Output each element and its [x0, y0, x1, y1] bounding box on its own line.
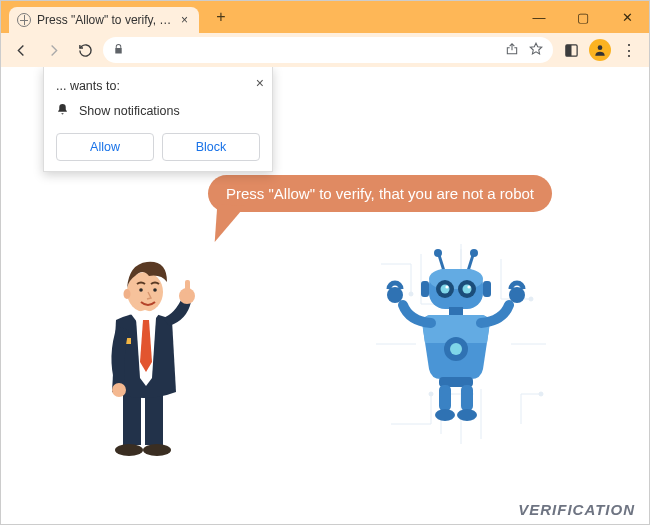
svg-point-18	[124, 289, 131, 299]
svg-line-22	[468, 255, 473, 271]
address-bar[interactable]	[103, 37, 553, 63]
prompt-heading: ... wants to:	[56, 79, 260, 93]
globe-icon	[17, 13, 31, 27]
tab-title: Press "Allow" to verify, that you a	[37, 13, 172, 27]
speech-text: Press "Allow" to verify, that you are no…	[208, 175, 552, 212]
block-button[interactable]: Block	[162, 133, 260, 161]
speech-bubble: Press "Allow" to verify, that you are no…	[208, 175, 552, 212]
svg-point-2	[598, 45, 603, 50]
verification-label: VERIFICATION	[518, 501, 635, 518]
new-tab-button[interactable]: +	[209, 5, 233, 29]
svg-rect-34	[483, 281, 491, 297]
window-titlebar: Press "Allow" to verify, that you a × + …	[1, 1, 649, 33]
browser-toolbar: ⋮	[1, 33, 649, 67]
prompt-close-icon[interactable]: ×	[256, 75, 264, 91]
svg-point-32	[467, 285, 470, 288]
svg-rect-41	[439, 385, 451, 411]
lock-icon	[113, 43, 124, 58]
forward-button[interactable]	[39, 36, 67, 64]
svg-point-31	[445, 285, 448, 288]
svg-point-23	[434, 249, 442, 257]
svg-point-44	[457, 409, 477, 421]
bookmark-star-icon[interactable]	[529, 42, 543, 59]
close-window-button[interactable]: ✕	[605, 1, 649, 33]
svg-point-12	[143, 444, 171, 456]
svg-line-21	[439, 255, 444, 271]
svg-point-19	[139, 288, 143, 292]
menu-button[interactable]: ⋮	[615, 41, 643, 60]
profile-avatar[interactable]	[589, 39, 611, 61]
svg-point-11	[115, 444, 143, 456]
prompt-permission-row: Show notifications	[56, 103, 260, 119]
speech-tail	[215, 204, 246, 244]
allow-button[interactable]: Allow	[56, 133, 154, 161]
svg-point-43	[435, 409, 455, 421]
window-controls: — ▢ ✕	[517, 1, 649, 33]
bell-icon	[56, 103, 69, 119]
svg-rect-10	[145, 390, 163, 445]
svg-point-29	[441, 285, 450, 294]
extensions-icon[interactable]	[557, 36, 585, 64]
svg-point-14	[112, 383, 126, 397]
maximize-button[interactable]: ▢	[561, 1, 605, 33]
browser-tab[interactable]: Press "Allow" to verify, that you a ×	[9, 7, 199, 33]
svg-point-38	[387, 287, 403, 303]
svg-point-24	[470, 249, 478, 257]
svg-point-20	[153, 288, 157, 292]
page-content: computips × ... wants to: Show notificat…	[1, 67, 649, 524]
svg-point-39	[509, 287, 525, 303]
reload-button[interactable]	[71, 36, 99, 64]
svg-point-30	[463, 285, 472, 294]
notification-permission-prompt: × ... wants to: Show notifications Allow…	[43, 67, 273, 172]
share-icon[interactable]	[505, 42, 519, 59]
svg-rect-35	[449, 307, 463, 315]
svg-rect-1	[565, 44, 571, 55]
svg-rect-16	[185, 280, 190, 294]
svg-rect-42	[461, 385, 473, 411]
svg-rect-33	[421, 281, 429, 297]
svg-rect-9	[123, 390, 141, 445]
man-illustration	[81, 240, 211, 460]
back-button[interactable]	[7, 36, 35, 64]
tab-close-icon[interactable]: ×	[178, 13, 191, 27]
svg-point-8	[539, 392, 543, 396]
robot-illustration	[381, 249, 531, 429]
prompt-permission-label: Show notifications	[79, 104, 180, 118]
svg-point-37	[450, 343, 462, 355]
minimize-button[interactable]: —	[517, 1, 561, 33]
